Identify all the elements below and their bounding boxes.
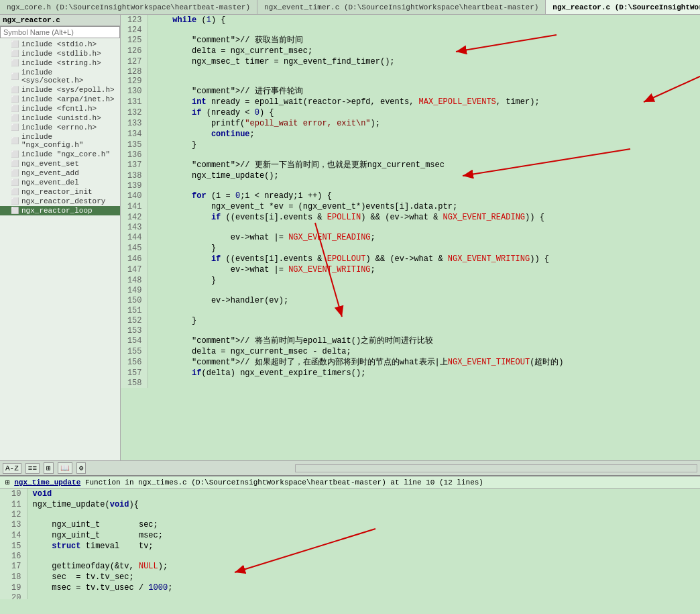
line-number: 143 (121, 223, 148, 232)
sidebar-item-label: ngx_event_del (21, 178, 79, 187)
item-icon: ⬜ (11, 86, 19, 94)
line-number: 12 (0, 510, 27, 519)
table-row: 129 (121, 76, 700, 86)
line-number: 152 (121, 315, 148, 326)
line-number: 145 (121, 243, 148, 254)
line-number: 18 (0, 572, 27, 582)
item-icon: ⬜ (11, 72, 19, 81)
sidebar-item-include--stdio-h-[interactable]: ⬜include <stdio.h> (0, 40, 120, 49)
sidebar-item-include--sys-epoll-h-[interactable]: ⬜include <sys/epoll.h> (0, 85, 120, 95)
line-number: 144 (121, 232, 148, 243)
toolbar-az-btn[interactable]: A-Z (3, 463, 21, 474)
code-line-content: ngx_msec_t timer = ngx_event_find_timer(… (148, 56, 700, 67)
code-line-content (148, 25, 700, 35)
table-row: 148 } (121, 275, 700, 286)
sidebar-item-include--string-h-[interactable]: ⬜include <string.h> (0, 58, 120, 68)
toolbar-list-btn[interactable]: ≡≡ (25, 463, 40, 474)
sidebar-item-include--errno-h-[interactable]: ⬜include <errno.h> (0, 123, 120, 132)
sidebar-item-label: include <stdio.h> (21, 40, 97, 48)
toolbar-gear-btn[interactable]: ⚙ (76, 462, 86, 474)
tab-ngx-core[interactable]: ngx_core.h (D:\SourceInsightWorkspace\he… (0, 0, 257, 14)
sidebar-item-ngx-reactor-init[interactable]: ⬜ngx_reactor_init (0, 187, 120, 197)
line-number: 156 (121, 357, 148, 368)
code-line-content: "comment">// 如果超时了，在函数内部将到时的节点的what表示|上N… (148, 357, 700, 368)
line-number: 20 (0, 593, 27, 599)
toolbar-book-btn[interactable]: 📖 (58, 462, 72, 474)
sidebar-item-ngx-event-del[interactable]: ⬜ngx_event_del (0, 178, 120, 187)
sidebar-items-list: ⬜include <stdio.h>⬜include <stdlib.h>⬜in… (0, 40, 120, 215)
sidebar-item-label: include <string.h> (21, 59, 101, 67)
sidebar-item-label: include <stdlib.h> (21, 50, 101, 58)
sidebar-title: ngx_reactor.c (0, 15, 120, 26)
sidebar-item-include--arpa-inet-h-[interactable]: ⬜include <arpa/inet.h> (0, 95, 120, 104)
code-line-content: continue; (148, 129, 700, 140)
item-icon: ⬜ (11, 137, 19, 145)
sidebar-item-ngx-reactor-destory[interactable]: ⬜ngx_reactor_destory (0, 197, 120, 206)
table-row: 143 (121, 223, 700, 232)
sidebar-item-ngx-event-add[interactable]: ⬜ngx_event_add (0, 168, 120, 178)
line-number: 137 (121, 160, 148, 170)
item-icon: ⬜ (11, 188, 19, 196)
code-line-content: ev->what |= NGX_EVENT_READING; (148, 232, 700, 243)
tab-ngx-event-timer[interactable]: ngx_event_timer.c (D:\SourceInsightWorks… (257, 0, 546, 14)
item-icon: ⬜ (11, 123, 19, 132)
line-number: 140 (121, 191, 148, 201)
line-number: 135 (121, 140, 148, 150)
sidebar-item-label: ngx_event_add (21, 169, 79, 177)
sidebar-item-ngx-event-set[interactable]: ⬜ngx_event_set (0, 159, 120, 168)
table-row: 144 ev->what |= NGX_EVENT_READING; (121, 232, 700, 243)
symbol-search-input[interactable] (0, 26, 120, 38)
table-row: 157 if(delta) ngx_event_expire_timers(); (121, 368, 700, 378)
table-row: 12 (0, 510, 700, 519)
line-number: 147 (121, 264, 148, 275)
table-row: 153 (121, 326, 700, 336)
toolbar-grid-btn[interactable]: ⊞ (44, 462, 54, 474)
sidebar-item-label: include <errno.h> (21, 123, 97, 132)
table-row: 125 "comment">// 获取当前时间 (121, 35, 700, 46)
item-icon: ⬜ (11, 150, 19, 158)
code-line-content: int nready = epoll_wait(reactor->epfd, e… (148, 97, 700, 107)
item-icon: ⬜ (11, 207, 19, 215)
sidebar-item-label: include <fcntl.h> (21, 105, 97, 113)
line-number: 132 (121, 107, 148, 118)
lower-code-area[interactable]: 10void11ngx_time_update(void){1213 ngx_u… (0, 489, 700, 599)
lower-panel: ⊞ ngx_time_update Function in ngx_times.… (0, 475, 700, 599)
code-line-content: struct timeval tv; (27, 541, 700, 552)
item-icon: ⬜ (11, 95, 19, 103)
table-row: 140 for (i = 0;i < nready;i ++) { (121, 191, 700, 201)
table-row: 123 while (1) { (121, 15, 700, 25)
code-line-content (148, 76, 700, 86)
table-row: 14 ngx_uint_t msec; (0, 530, 700, 541)
sidebar-item-label: include <arpa/inet.h> (21, 95, 115, 103)
table-row: 20 (0, 593, 700, 599)
table-row: 17 gettimeofday(&tv, NULL); (0, 561, 700, 572)
code-line-content (148, 286, 700, 295)
table-row: 155 delta = ngx_current_msec - delta; (121, 346, 700, 357)
sidebar-item-include--ngx-core-h-[interactable]: ⬜include "ngx_core.h" (0, 150, 120, 159)
sidebar: ngx_reactor.c ⬜include <stdio.h>⬜include… (0, 15, 121, 460)
code-line-content: "comment">// 获取当前时间 (148, 35, 700, 46)
code-line-content: delta = ngx_current_msec; (148, 46, 700, 56)
tab-ngx-reactor[interactable]: ngx_reactor.c (D:\SourceInsightWorkspace… (546, 0, 700, 14)
line-number: 125 (121, 35, 148, 46)
horizontal-scroll[interactable] (295, 464, 697, 472)
sidebar-item-ngx-reactor-loop[interactable]: ⬜ngx_reactor_loop (0, 206, 120, 215)
code-area[interactable]: 123 while (1) {124125 "comment">// 获取当前时… (121, 15, 700, 460)
table-row: 145 } (121, 243, 700, 254)
sidebar-item-include--ngx-config-h-[interactable]: ⬜include "ngx_config.h" (0, 132, 120, 150)
sidebar-item-include--stdlib-h-[interactable]: ⬜include <stdlib.h> (0, 49, 120, 58)
line-number: 155 (121, 346, 148, 357)
line-number: 149 (121, 286, 148, 295)
sidebar-item-include--unistd-h-[interactable]: ⬜include <unistd.h> (0, 113, 120, 123)
sidebar-item-include--sys-socket-h-[interactable]: ⬜include <sys/socket.h> (0, 68, 120, 85)
code-line-content (148, 67, 700, 76)
lower-fn-name: ngx_time_update (14, 478, 80, 487)
line-number: 134 (121, 129, 148, 140)
code-line-content: for (i = 0;i < nready;i ++) { (148, 191, 700, 201)
table-row: 15 struct timeval tv; (0, 541, 700, 552)
code-line-content: ngx_event_t *ev = (ngx_event_t*)events[i… (148, 201, 700, 212)
main-layout: ngx_reactor.c ⬜include <stdio.h>⬜include… (0, 15, 700, 460)
table-row: 124 (121, 25, 700, 35)
sidebar-item-include--fcntl-h-[interactable]: ⬜include <fcntl.h> (0, 104, 120, 113)
sidebar-item-label: include <sys/epoll.h> (21, 86, 115, 94)
